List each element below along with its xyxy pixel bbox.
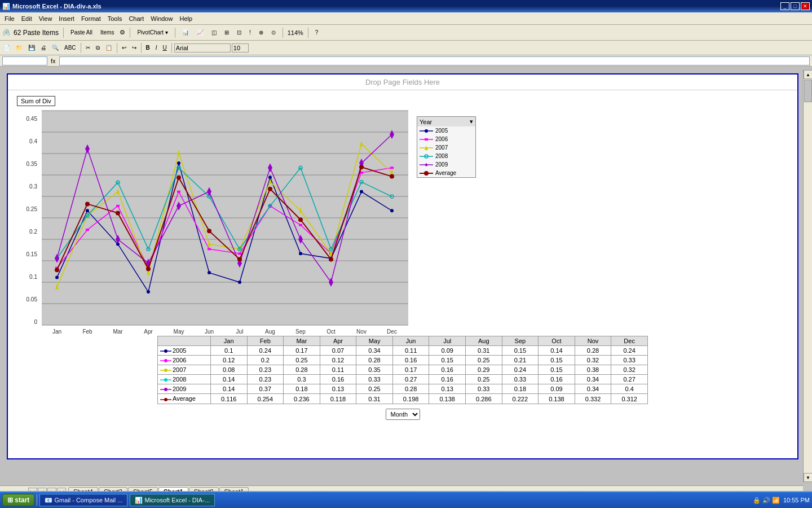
menu-window[interactable]: Window (147, 14, 176, 23)
table-cell: 0.33 (611, 356, 648, 365)
formula-bar: fx (0, 55, 812, 67)
copy-btn[interactable]: ⧉ (94, 42, 102, 54)
pivotchart-dropdown[interactable]: PivotChart ▾ (135, 27, 170, 39)
title-bar: 📊 Microsoft Excel - DIA-div-a.xls _ □ ✕ (0, 0, 812, 12)
svg-text:Aug: Aug (265, 329, 275, 335)
table-row-header: 2006 (158, 356, 211, 365)
open-btn[interactable]: 📁 (14, 42, 25, 54)
data-table: Jan Feb Mar Apr May Jun Jul Aug Sep Oct … (157, 336, 648, 404)
table-cell: 0.32 (611, 365, 648, 375)
scroll-down-arrow[interactable]: ▼ (804, 473, 812, 482)
save-btn[interactable]: 💾 (26, 42, 37, 54)
table-cell: 0.14 (539, 346, 575, 356)
tb-btn8[interactable]: ⊙ (269, 27, 278, 39)
window-controls[interactable]: _ □ ✕ (780, 2, 810, 10)
month-select[interactable]: Month (386, 409, 420, 420)
table-cell: 0.16 (539, 375, 575, 384)
tb-btn6[interactable]: ! (247, 27, 253, 39)
table-cell: 0.08 (210, 365, 247, 375)
table-cell: 0.118 (320, 394, 356, 404)
start-button[interactable]: ⊞ start (2, 494, 34, 506)
separator5 (308, 28, 308, 38)
paste-items-label: 62 Paste Items (14, 29, 59, 37)
svg-text:Nov: Nov (356, 329, 367, 335)
vertical-scrollbar[interactable]: ▲ ▼ (803, 70, 812, 482)
menu-edit[interactable]: Edit (18, 14, 36, 23)
paste-btn[interactable]: 📋 (103, 42, 114, 54)
formula-input[interactable] (59, 56, 810, 65)
legend-label-2008: 2008 (435, 153, 448, 159)
legend-label-2007: 2007 (435, 144, 448, 151)
scroll-up-arrow[interactable]: ▲ (804, 70, 812, 79)
print-btn[interactable]: 🖨 (38, 42, 48, 54)
table-cell: 0.17 (284, 346, 320, 356)
zoom-label: 114% (288, 29, 303, 36)
cell-reference-input[interactable] (2, 56, 47, 65)
chart-container[interactable]: Drop Page Fields Here Sum of Div 0.45 0.… (7, 73, 798, 459)
tb-btn7[interactable]: ⊗ (257, 27, 266, 39)
redo-btn[interactable]: ↪ (130, 42, 139, 54)
legend-label-average: Average (435, 170, 456, 176)
taskbar-gmail-btn[interactable]: 📧 Gmail - Compose Mail ... (39, 494, 127, 506)
preview-btn[interactable]: 🔍 (50, 42, 61, 54)
undo-btn[interactable]: ↩ (120, 42, 129, 54)
table-row: 20090.140.370.180.130.250.280.130.330.18… (158, 384, 648, 394)
legend-box: Year ▾ 2005 2006 2007 (417, 116, 476, 178)
menu-help[interactable]: Help (176, 14, 196, 23)
legend-item-2007: 2007 (417, 143, 475, 152)
clock: 10:55 PM (783, 497, 810, 503)
underline-btn[interactable]: U (161, 42, 169, 54)
svg-rect-47 (390, 167, 394, 169)
svg-point-93 (329, 257, 333, 261)
table-cell: 0.25 (356, 384, 393, 394)
tb-btn5[interactable]: ⊡ (235, 27, 244, 39)
menu-file[interactable]: File (1, 14, 18, 23)
paste-all-button[interactable]: Paste All (68, 27, 95, 39)
y-label-035: 0.35 (27, 161, 37, 167)
bold-btn[interactable]: B (144, 42, 152, 54)
help-btn[interactable]: ? (313, 27, 321, 39)
minimize-button[interactable]: _ (780, 2, 789, 10)
maximize-button[interactable]: □ (791, 2, 800, 10)
y-label-015: 0.15 (27, 252, 37, 257)
y-label-025: 0.25 (27, 207, 37, 212)
chart-inner: Sum of Div 0.45 0.4 0.35 0.3 0.25 0.2 0.… (8, 90, 797, 430)
table-cell: 0.16 (429, 365, 466, 375)
table-row: 20070.080.230.280.110.350.170.160.290.24… (158, 365, 648, 375)
svg-point-115 (164, 378, 167, 382)
tb-btn4[interactable]: ⊞ (222, 27, 231, 39)
table-cell: 0.24 (502, 365, 539, 375)
items-button[interactable]: Items (98, 27, 116, 39)
menu-chart[interactable]: Chart (125, 14, 147, 23)
font-size: 10 (232, 43, 249, 52)
y-label-000: 0 (34, 319, 37, 325)
cut-btn[interactable]: ✂ (83, 42, 92, 54)
spell-btn[interactable]: ABC (62, 42, 78, 54)
scroll-thumb[interactable] (804, 80, 812, 102)
tb-btn3[interactable]: ◫ (209, 27, 219, 39)
table-cell: 0.15 (429, 356, 466, 365)
table-cell: 0.116 (210, 394, 247, 404)
menu-format[interactable]: Format (78, 14, 104, 23)
table-cell: 0.16 (392, 356, 429, 365)
legend-header[interactable]: Year ▾ (417, 117, 475, 126)
chart-icon-btn[interactable]: 📊 (180, 27, 191, 39)
legend-label-2009: 2009 (435, 161, 448, 168)
th-feb: Feb (247, 336, 284, 346)
table-cell: 0.15 (539, 365, 575, 375)
taskbar-excel-btn[interactable]: 📊 Microsoft Excel - DIA-... (130, 494, 215, 506)
table-cell: 0.12 (320, 356, 356, 365)
close-button[interactable]: ✕ (801, 2, 810, 10)
separator2 (130, 28, 130, 38)
italic-btn[interactable]: I (153, 42, 160, 54)
paste-toolbar: 🖇️ 62 Paste Items Paste All Items ⚙ Pivo… (0, 25, 812, 41)
th-oct: Oct (539, 336, 575, 346)
svg-point-97 (425, 129, 428, 133)
new-btn[interactable]: 📄 (1, 42, 12, 54)
svg-point-32 (299, 252, 302, 255)
svg-text:Sep: Sep (295, 329, 306, 335)
menu-insert[interactable]: Insert (55, 14, 78, 23)
menu-view[interactable]: View (36, 14, 56, 23)
menu-tools[interactable]: Tools (104, 14, 126, 23)
bar-chart-btn[interactable]: 📈 (195, 27, 206, 39)
